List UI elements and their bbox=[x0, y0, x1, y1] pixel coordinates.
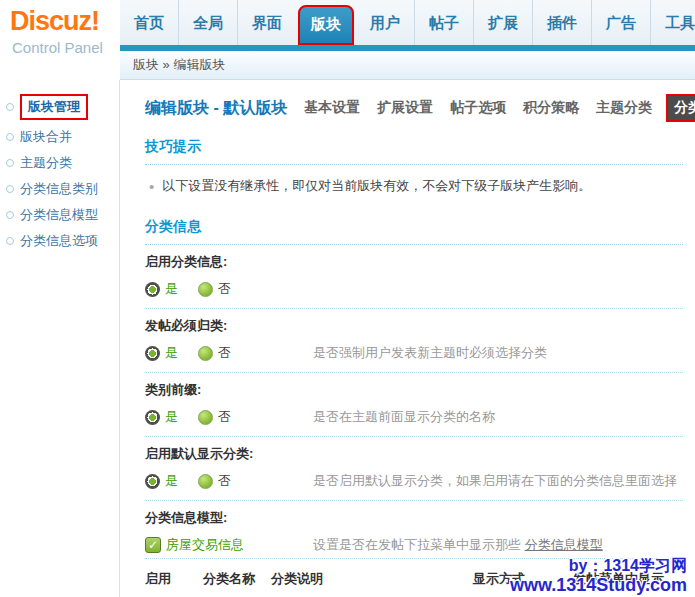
tab-extended-settings[interactable]: 扩展设置 bbox=[377, 99, 433, 117]
col-enable: 启用 bbox=[145, 570, 203, 588]
setting-label: 类别前缀: bbox=[145, 381, 683, 399]
sidebar-item-sortinfo-model[interactable]: 分类信息模型 bbox=[0, 202, 119, 228]
nav-item-posts[interactable]: 帖子 bbox=[414, 0, 473, 45]
page-title: 编辑版块 - 默认版块 bbox=[145, 98, 287, 119]
radio-label-yes: 是 bbox=[165, 344, 178, 362]
nav-item-home[interactable]: 首页 bbox=[120, 0, 178, 45]
nav-item-global[interactable]: 全局 bbox=[178, 0, 237, 45]
sidebar: 版块管理 版块合并 主题分类 分类信息类别 分类信息模型 分类信息选项 bbox=[0, 80, 120, 597]
sidebar-item-label: 主题分类 bbox=[20, 154, 72, 172]
radio-selected-icon bbox=[145, 346, 160, 361]
main-content: 编辑版块 - 默认版块 基本设置 扩展设置 帖子选项 积分策略 主题分类 分类信… bbox=[121, 80, 695, 597]
radio-option-no[interactable]: 否 bbox=[198, 472, 231, 490]
radio-option-yes[interactable]: 是 bbox=[145, 344, 178, 362]
tab-sortinfo-active[interactable]: 分类信息 bbox=[666, 94, 695, 122]
radio-option-no[interactable]: 否 bbox=[198, 280, 231, 298]
setting-label: 发帖必须归类: bbox=[145, 317, 683, 335]
tip-text: 以下设置没有继承性，即仅对当前版块有效，不会对下级子版块产生影响。 bbox=[162, 177, 591, 195]
col-sort-desc: 分类说明 bbox=[271, 570, 473, 588]
logo-block: Discuz! Control Panel bbox=[0, 0, 120, 80]
col-sort-name: 分类名称 bbox=[203, 570, 271, 588]
tip-item: • 以下设置没有继承性，即仅对当前版块有效，不会对下级子版块产生影响。 bbox=[145, 165, 683, 208]
setting-force-sort: 发帖必须归类: 是 否 是否强制用户发表新主题时必须选择分类 bbox=[145, 309, 683, 373]
radio-label-yes: 是 bbox=[165, 472, 178, 490]
breadcrumb: 版块 » 编辑版块 bbox=[120, 51, 695, 80]
radio-bullet-icon bbox=[6, 237, 14, 245]
discuz-logo: Discuz! bbox=[10, 6, 120, 36]
watermark-line2: www.1314Study.com bbox=[510, 575, 687, 596]
setting-description: 是否在主题前面显示分类的名称 bbox=[313, 408, 495, 426]
sidebar-item-label: 分类信息模型 bbox=[20, 206, 98, 224]
model-checkbox-option[interactable]: ✓ 房屋交易信息 bbox=[145, 536, 244, 554]
radio-unselected-icon bbox=[198, 282, 213, 297]
radio-unselected-icon bbox=[198, 346, 213, 361]
radio-unselected-icon bbox=[198, 474, 213, 489]
radio-label-no: 否 bbox=[218, 472, 231, 490]
setting-description: 是否启用默认显示分类，如果启用请在下面的分类信息里面选择 bbox=[313, 472, 677, 490]
sidebar-item-label: 分类信息类别 bbox=[20, 180, 98, 198]
radio-bullet-icon bbox=[6, 133, 14, 141]
radio-label-yes: 是 bbox=[165, 408, 178, 426]
nav-item-extend[interactable]: 扩展 bbox=[473, 0, 532, 45]
nav-item-plugins[interactable]: 插件 bbox=[532, 0, 591, 45]
setting-label: 分类信息模型: bbox=[145, 509, 683, 527]
sidebar-item-label: 版块合并 bbox=[20, 128, 72, 146]
setting-label: 启用默认显示分类: bbox=[145, 445, 683, 463]
nav-item-users[interactable]: 用户 bbox=[356, 0, 414, 45]
title-row: 编辑版块 - 默认版块 基本设置 扩展设置 帖子选项 积分策略 主题分类 分类信… bbox=[145, 94, 683, 122]
radio-selected-icon bbox=[145, 282, 160, 297]
radio-unselected-icon bbox=[198, 410, 213, 425]
setting-type-prefix: 类别前缀: 是 否 是否在主题前面显示分类的名称 bbox=[145, 373, 683, 437]
tips-header: 技巧提示 bbox=[145, 128, 683, 165]
model-desc-text: 设置是否在发帖下拉菜单中显示那些 bbox=[313, 537, 525, 552]
radio-bullet-icon bbox=[6, 103, 14, 111]
sortinfo-model-link[interactable]: 分类信息模型 bbox=[525, 537, 603, 552]
sidebar-item-thread-types[interactable]: 主题分类 bbox=[0, 150, 119, 176]
radio-option-yes[interactable]: 是 bbox=[145, 472, 178, 490]
bullet-icon: • bbox=[149, 178, 154, 195]
watermark-line1: by：1314学习网 bbox=[510, 556, 687, 575]
setting-sortinfo-model: 分类信息模型: ✓ 房屋交易信息 设置是否在发帖下拉菜单中显示那些 分类信息模型 bbox=[145, 501, 683, 558]
nav-item-forums-active[interactable]: 版块 bbox=[298, 5, 354, 45]
setting-default-display-sort: 启用默认显示分类: 是 否 是否启用默认显示分类，如果启用请在下面的分类信息里面… bbox=[145, 437, 683, 501]
radio-label-no: 否 bbox=[218, 344, 231, 362]
sidebar-item-label: 版块管理 bbox=[20, 94, 88, 120]
radio-selected-icon bbox=[145, 474, 160, 489]
radio-selected-icon bbox=[145, 410, 160, 425]
radio-label-no: 否 bbox=[218, 408, 231, 426]
setting-description: 是否强制用户发表新主题时必须选择分类 bbox=[313, 344, 547, 362]
nav-item-interface[interactable]: 界面 bbox=[237, 0, 296, 45]
top-nav: 首页 全局 界面 版块 用户 帖子 扩展 插件 广告 工具 UCenter bbox=[120, 0, 695, 45]
setting-label: 启用分类信息: bbox=[145, 253, 683, 271]
radio-bullet-icon bbox=[6, 185, 14, 193]
section-header-sortinfo: 分类信息 bbox=[145, 208, 683, 245]
tab-credit-policy[interactable]: 积分策略 bbox=[523, 99, 579, 117]
tab-post-options[interactable]: 帖子选项 bbox=[450, 99, 506, 117]
nav-item-ads[interactable]: 广告 bbox=[591, 0, 650, 45]
checkbox-checked-icon: ✓ bbox=[145, 537, 161, 553]
model-checkbox-label: 房屋交易信息 bbox=[166, 536, 244, 554]
setting-enable-sortinfo: 启用分类信息: 是 否 bbox=[145, 245, 683, 309]
radio-option-yes[interactable]: 是 bbox=[145, 280, 178, 298]
sidebar-item-sortinfo-category[interactable]: 分类信息类别 bbox=[0, 176, 119, 202]
watermark: by：1314学习网 www.1314Study.com bbox=[510, 556, 687, 596]
radio-label-yes: 是 bbox=[165, 280, 178, 298]
radio-option-no[interactable]: 否 bbox=[198, 344, 231, 362]
radio-label-no: 否 bbox=[218, 280, 231, 298]
radio-option-no[interactable]: 否 bbox=[198, 408, 231, 426]
tab-thread-types[interactable]: 主题分类 bbox=[596, 99, 652, 117]
nav-item-tools[interactable]: 工具 bbox=[650, 0, 695, 45]
logo-subtitle: Control Panel bbox=[10, 39, 120, 56]
tab-basic-settings[interactable]: 基本设置 bbox=[304, 99, 360, 117]
discuz-admin-page: Discuz! Control Panel 首页 全局 界面 版块 用户 帖子 … bbox=[0, 0, 695, 597]
radio-bullet-icon bbox=[6, 211, 14, 219]
radio-bullet-icon bbox=[6, 159, 14, 167]
radio-option-yes[interactable]: 是 bbox=[145, 408, 178, 426]
sidebar-item-sortinfo-options[interactable]: 分类信息选项 bbox=[0, 228, 119, 254]
setting-description: 设置是否在发帖下拉菜单中显示那些 分类信息模型 bbox=[313, 536, 603, 554]
sidebar-item-forum-manage[interactable]: 版块管理 bbox=[0, 90, 119, 124]
sidebar-item-forum-merge[interactable]: 版块合并 bbox=[0, 124, 119, 150]
sidebar-item-label: 分类信息选项 bbox=[20, 232, 98, 250]
